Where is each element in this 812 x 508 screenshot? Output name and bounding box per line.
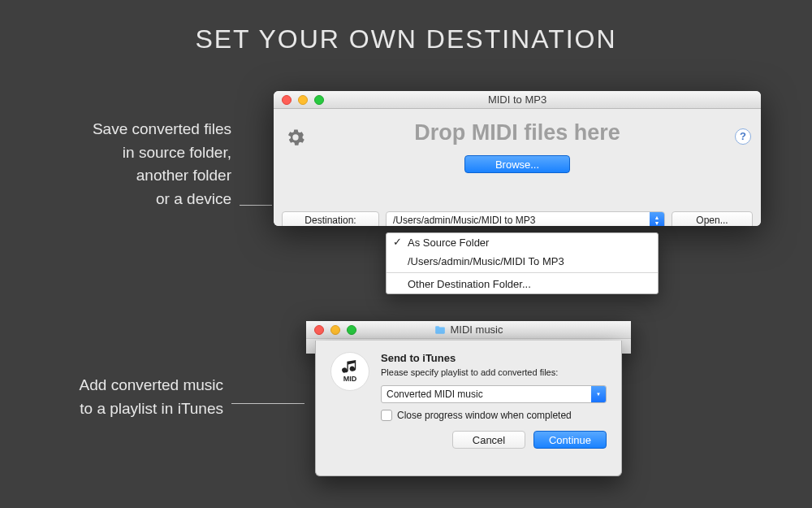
menu-item-as-source-folder[interactable]: As Source Folder: [387, 233, 658, 252]
destination-path-combobox[interactable]: /Users/admin/Music/MIDI to MP3 ▲▼: [386, 211, 665, 226]
send-to-itunes-sheet: MID Send to iTunes Please specify playli…: [315, 341, 622, 476]
window-controls: [314, 325, 356, 335]
browse-button[interactable]: Browse...: [464, 155, 570, 173]
sheet-title: Send to iTunes: [381, 352, 607, 364]
zoom-icon[interactable]: [314, 95, 324, 105]
caption-line: or a device: [28, 188, 231, 211]
checkbox-label: Close progress window when completed: [397, 410, 572, 421]
close-progress-checkbox[interactable]: [381, 410, 392, 421]
titlebar[interactable]: MIDI to MP3: [274, 91, 761, 109]
minimize-icon[interactable]: [330, 325, 340, 335]
caption-line: to a playlist in iTunes: [28, 397, 223, 421]
continue-button[interactable]: Continue: [533, 431, 607, 449]
window-title-text: MIDI music: [451, 323, 503, 336]
titlebar[interactable]: MIDI music: [306, 321, 631, 339]
destination-path-value: /Users/admin/Music/MIDI to MP3: [387, 212, 650, 226]
destination-menu: As Source Folder /Users/admin/Music/MIDI…: [386, 232, 659, 294]
destination-button[interactable]: Destination:: [282, 211, 379, 226]
caption-line: Save converted files: [28, 118, 231, 141]
close-icon[interactable]: [314, 325, 324, 335]
leader-line: [231, 403, 304, 404]
chevron-down-icon[interactable]: ▼: [591, 386, 606, 402]
zoom-icon[interactable]: [347, 325, 356, 335]
caption-line: another folder: [28, 164, 231, 188]
minimize-icon[interactable]: [298, 95, 308, 105]
menu-item-other-folder[interactable]: Other Destination Folder...: [387, 275, 658, 293]
gear-icon[interactable]: [287, 128, 304, 146]
close-icon[interactable]: [282, 95, 292, 105]
window-body: ? Drop MIDI files here Browse... Destina…: [274, 120, 761, 226]
midi-file-icon: MID: [330, 352, 369, 391]
menu-item-users-path[interactable]: /Users/admin/Music/MIDI To MP3: [387, 252, 658, 271]
open-button[interactable]: Open...: [672, 211, 753, 226]
caption-line: in source folder,: [28, 141, 231, 165]
window-midi-to-mp3: MIDI to MP3 ? Drop MIDI files here Brows…: [274, 91, 761, 226]
midi-badge-text: MID: [343, 375, 357, 383]
menu-separator: [387, 272, 658, 273]
dropzone-label: Drop MIDI files here: [274, 120, 761, 145]
sheet-description: Please specify playlist to add converted…: [381, 367, 607, 377]
cancel-button[interactable]: Cancel: [452, 431, 525, 449]
folder-icon: [434, 325, 446, 335]
playlist-combobox[interactable]: Converted MIDI music ▼: [381, 385, 607, 403]
playlist-name-value: Converted MIDI music: [382, 386, 591, 402]
caption-line: Add converted music: [28, 374, 223, 397]
window-controls: [282, 95, 324, 105]
window-title: MIDI to MP3: [274, 93, 761, 106]
page-title: SET YOUR OWN DESTINATION: [0, 0, 812, 54]
stepper-arrows-icon[interactable]: ▲▼: [650, 212, 664, 226]
leader-line: [240, 205, 272, 206]
caption-itunes: Add converted music to a playlist in iTu…: [28, 374, 223, 420]
destination-row: Destination: /Users/admin/Music/MIDI to …: [282, 211, 753, 226]
caption-destination: Save converted files in source folder, a…: [28, 118, 231, 211]
help-icon[interactable]: ?: [735, 128, 751, 145]
